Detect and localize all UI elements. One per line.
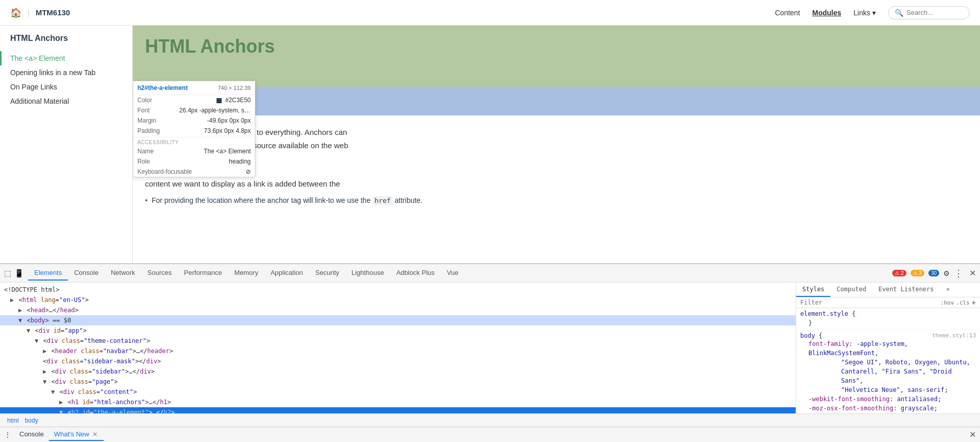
nav-left: 🏠 | MTM6130 [10,7,70,18]
tab-network[interactable]: Network [105,266,141,281]
bullet-text: For providing the location where the anc… [152,196,422,204]
tab-elements[interactable]: Elements [28,266,68,281]
style-prop: "Helvetica Neue", sans-serif; [800,385,976,394]
tab-performance[interactable]: Performance [178,266,228,281]
close-devtools-icon[interactable]: ✕ [969,268,976,278]
html-line: ▼ <div class="theme-container"> [0,336,796,346]
nav-right: Content Modules Links ▾ 🔍 [775,6,970,19]
html-line: <div class="sidebar-mask"></div> [0,356,796,366]
style-prop: -moz-osx-font-smoothing: grayscale; [800,404,976,413]
tooltip-role-row: Role heading [133,156,255,167]
html-line: ▶ <h1 id="html-anchors">…</h1> [0,397,796,407]
html-line: ▼ <div class="page"> [0,377,796,387]
styles-tab-events[interactable]: Event Listeners [872,283,940,297]
filter-plus-icon[interactable]: + [972,298,976,307]
html-line: ▼ <div class="content"> [0,387,796,397]
main-area: HTML Anchors The <a> Element Opening lin… [0,26,980,263]
tab-console[interactable]: Console [68,266,105,281]
breadcrumb-body[interactable]: body [22,416,41,425]
breadcrumb-html[interactable]: html [4,416,22,425]
element-tooltip: h2#the-a-element 740 × 112.39 Color #2C3… [133,81,255,177]
tooltip-keyboard-row: Keyboard-focusable ⊘ [133,167,255,177]
style-prop: font-family: -apple-system, BlinkMacSyst… [800,339,976,358]
tooltip-margin-row: Margin -49.6px 0px 0px [133,115,255,126]
search-box[interactable]: 🔍 [888,6,970,19]
style-closing-brace: } [800,318,976,328]
styles-filter: :hov .cls + [796,297,980,308]
modules-nav-link[interactable]: Modules [812,9,842,17]
tooltip-color-row: Color #2C3E50 [133,95,255,105]
styles-tab-styles[interactable]: Styles [796,283,830,297]
bullet-dot: • [145,196,148,204]
style-selector: element.style { [800,310,976,317]
console-tab[interactable]: Console [14,428,49,441]
devtools-cursor-icon[interactable]: ⬚ [4,269,11,278]
more-icon[interactable]: ⋮ [954,268,963,279]
tab-sources[interactable]: Sources [141,266,178,281]
style-prop: -webkit-font-smoothing: antialiased; [800,394,976,404]
devtools-tab-bar: ⬚ 📱 Elements Console Network Sources Per… [0,264,980,283]
tab-memory[interactable]: Memory [228,266,265,281]
styles-filter-input[interactable] [800,299,939,306]
html-line: ▶ <header class="navbar">…</header> [0,346,796,356]
html-line-selected[interactable]: ▼ <h2 id="the-a-element">…</h2> [0,407,796,413]
tooltip-accessibility-header: ACCESSIBILITY [133,137,255,146]
styles-tab-computed[interactable]: Computed [830,283,872,297]
styles-tabs: Styles Computed Event Listeners » [796,283,980,297]
html-panel[interactable]: <!DOCTYPE html> ▶ <html lang="en-US"> ▶ … [0,283,796,413]
bullet-item: • For providing the location where the a… [145,196,968,204]
html-line: ▶ <div class="sidebar">…</div> [0,366,796,377]
content-nav-link[interactable]: Content [775,9,800,17]
filter-cls[interactable]: .cls [956,299,970,306]
page-body: ouse of the web. It's how we link to eve… [133,115,980,220]
sidebar-item-0[interactable]: The <a> Element [0,51,132,65]
html-line: ▼ <body> == $0 [0,315,796,325]
html-line: ▶ <html lang="en-US"> [0,295,796,305]
devtools-body: <!DOCTYPE html> ▶ <html lang="en-US"> ▶ … [0,283,980,413]
console-tab-bar: ⋮ Console What's New ✕ ✕ [0,427,980,442]
links-nav-link[interactable]: Links ▾ [853,9,876,17]
sidebar: HTML Anchors The <a> Element Opening lin… [0,26,133,263]
devtools-icon-bar: ⚠ 2 ⚠ 3 30 ⚙ ⋮ ✕ [892,268,976,279]
sidebar-item-1[interactable]: Opening links in a new Tab [0,65,132,80]
filter-hov[interactable]: :hov [941,299,954,306]
dots-menu-icon[interactable]: ⋮ [4,431,11,439]
sidebar-item-3[interactable]: Additional Material [0,94,132,108]
nav-divider: | [28,9,30,17]
page-subtitle-bar: The <a> Element [133,87,980,115]
gear-icon[interactable]: ⚙ [943,269,950,277]
tab-lighthouse[interactable]: Lighthouse [345,266,390,281]
error-badge: ⚠ 2 [892,270,906,276]
bottom-bar: html body [0,413,980,427]
search-icon: 🔍 [895,9,903,17]
tab-vue[interactable]: Vue [441,266,465,281]
tooltip-padding-row: Padding 73.6px 0px 4.8px [133,126,255,136]
style-prop: Cantarell, "Fira Sans", "Droid Sans", [800,367,976,385]
tab-adblock[interactable]: Adblock Plus [390,266,441,281]
tab-security[interactable]: Security [309,266,345,281]
chevron-down-icon: ▾ [872,9,876,17]
tooltip-size: 740 × 112.39 [218,85,251,91]
sidebar-item-2[interactable]: On Page Links [0,80,132,94]
color-swatch [217,98,222,103]
body-paragraph-1: ouse of the web. It's how we link to eve… [145,126,968,152]
home-icon[interactable]: 🏠 [10,7,21,18]
search-input[interactable] [906,9,963,16]
whats-new-tab[interactable]: What's New ✕ [49,428,104,441]
page-banner: HTML Anchors [133,26,980,87]
devtools-device-icon[interactable]: 📱 [14,269,24,278]
tooltip-name-row: Name The <a> Element [133,146,255,156]
close-bottom-bar-icon[interactable]: ✕ [969,430,976,439]
whats-new-tab-close[interactable]: ✕ [91,431,99,438]
styles-tab-more[interactable]: » [940,283,956,297]
page-subtitle: The <a> Element [145,94,968,108]
warning-badge: ⚠ 3 [911,270,924,276]
style-block-body-1: body { theme.styl:13 font-family: -apple… [796,330,980,413]
style-block-element: element.style { } [796,308,980,330]
tab-application[interactable]: Application [265,266,309,281]
tooltip-tag: h2#the-a-element [137,84,188,91]
log-badge: 30 [928,270,939,276]
href-code: href [373,196,393,205]
style-prop: "Segoe UI", Roboto, Oxygen, Ubuntu, [800,358,976,367]
tooltip-font-row: Font 26.4px -apple-system, system-ui, "S… [133,105,255,115]
